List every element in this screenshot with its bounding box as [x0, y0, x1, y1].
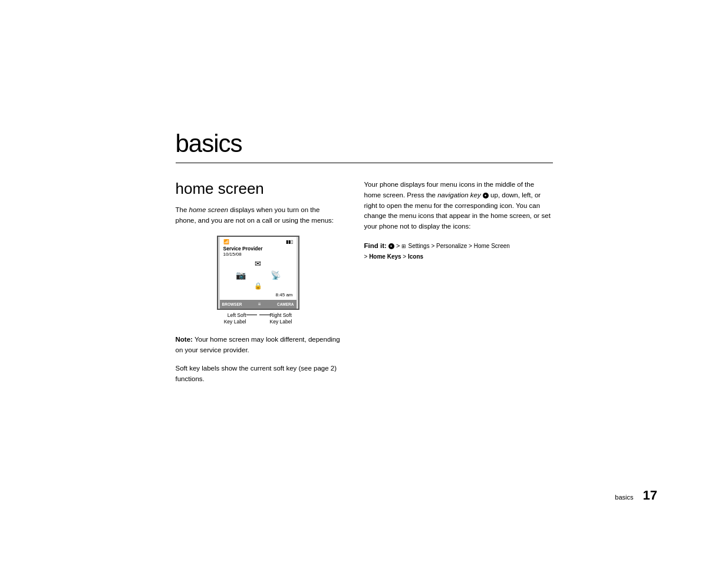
right-key-label-line1: Right Soft: [270, 312, 305, 319]
intro-paragraph: The home screen displays when you turn o…: [176, 205, 341, 226]
note-body-text: Your home screen may look different, dep…: [176, 336, 340, 353]
footer-basics-label: basics: [615, 494, 633, 501]
content-area: basics home screen The home screen displ…: [164, 0, 565, 393]
intro-text-before: The: [176, 206, 189, 213]
softkey-paragraph: Soft key labels show the current soft ke…: [176, 363, 341, 385]
phone-status-bar: 📶 ▮▮▯: [223, 239, 293, 244]
left-key-label-line1: Left Soft: [211, 312, 246, 319]
right-column: Your phone displays four menu icons in t…: [364, 180, 553, 393]
phone-mockup: 📶 ▮▮▯ Service Provider 10/15/08 ✉ 📷 📡: [211, 236, 305, 325]
nav-key-symbol: ✦: [483, 193, 489, 199]
icons-text: Icons: [408, 253, 423, 260]
signal-icon: 📶: [223, 239, 229, 244]
lock-icon: 🔒: [254, 282, 262, 290]
section-title: basics: [176, 130, 553, 158]
intro-italic-text: home screen: [189, 206, 228, 213]
subsection-title: home screen: [176, 180, 341, 198]
phone-screen-wrapper: 📶 ▮▮▯ Service Provider 10/15/08 ✉ 📷 📡: [217, 236, 299, 310]
label-line-left: [246, 315, 257, 315]
left-column: home screen The home screen displays whe…: [176, 180, 341, 393]
label-line-right: [259, 315, 270, 315]
phone-icons-row: ✉: [223, 259, 293, 268]
right-col-paragraph: Your phone displays four menu icons in t…: [364, 180, 553, 232]
phone-time: 8:45 am: [223, 292, 293, 297]
key-labels-area: Left Soft Key Label Right Soft Key Label: [211, 312, 305, 325]
title-divider: [176, 163, 553, 163]
find-path-gt1: >: [396, 242, 401, 249]
phone-icons-row-3: 🔒: [223, 282, 293, 290]
right-key-label-line2: Key Label: [270, 319, 305, 325]
footer-page-number: 17: [643, 488, 657, 503]
settings-icon-inline: ⊞: [401, 243, 406, 249]
left-key-label-line2: Key Label: [211, 319, 246, 325]
wifi-icon: 📡: [271, 270, 281, 280]
left-key-label: Left Soft Key Label: [211, 312, 246, 325]
find-it-label: Find it:: [364, 242, 387, 249]
battery-icon: ▮▮▯: [286, 239, 293, 244]
note-paragraph: Note: Your home screen may look differen…: [176, 335, 341, 356]
find-it-paragraph: Find it: ✦ > ⊞ Settings > Personalize > …: [364, 240, 553, 262]
page-footer: basics 17: [615, 488, 657, 503]
softkey-left-label: BROWSER: [222, 302, 242, 306]
phone-date: 10/15/08: [223, 252, 293, 257]
softkey-right-label: CAMERA: [277, 302, 294, 306]
phone-softkeys-bar: BROWSER ≡ CAMERA: [220, 300, 297, 309]
two-column-layout: home screen The home screen displays whe…: [176, 180, 553, 393]
phone-icons-row-2: 📷 📡: [223, 270, 293, 280]
camera-icon: 📷: [236, 270, 246, 280]
find-settings-label: Settings > Personalize > Home Screen: [409, 243, 510, 249]
envelope-icon: ✉: [255, 259, 261, 268]
home-keys-text: Home Keys: [369, 253, 401, 260]
find-it-section: Find it: ✦ > ⊞ Settings > Personalize > …: [364, 240, 553, 262]
note-bold-label: Note:: [176, 336, 193, 343]
nav-key-icon-inline: ✦: [388, 243, 394, 249]
find-path-home-keys: > Home Keys > Icons: [364, 253, 424, 260]
phone-screen: 📶 ▮▮▯ Service Provider 10/15/08 ✉ 📷 📡: [220, 237, 297, 300]
softkey-menu-icon: ≡: [258, 302, 261, 307]
phone-provider: Service Provider: [223, 246, 293, 252]
page: basics home screen The home screen displ…: [0, 0, 728, 562]
right-col-nav-italic: navigation key: [437, 191, 481, 199]
right-key-label: Right Soft Key Label: [270, 312, 305, 325]
